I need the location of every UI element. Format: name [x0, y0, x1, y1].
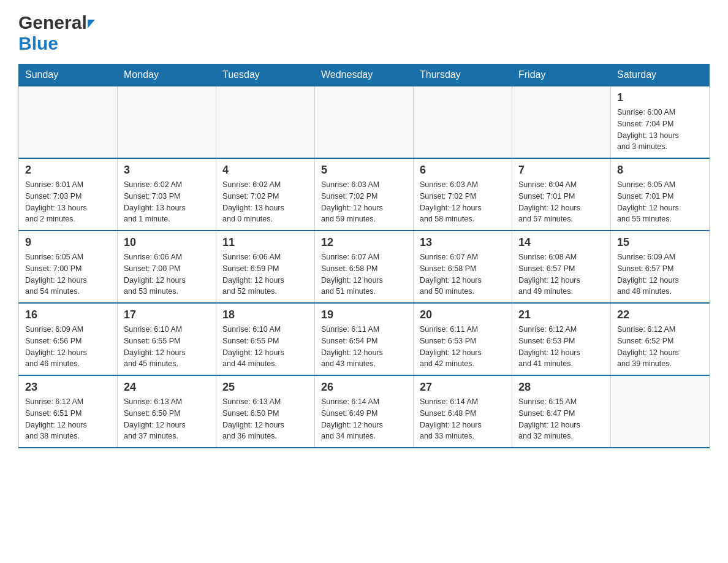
day-number: 6 — [420, 164, 506, 177]
day-number: 5 — [321, 164, 407, 177]
calendar-cell: 3Sunrise: 6:02 AM Sunset: 7:03 PM Daylig… — [118, 158, 216, 231]
weekday-header-row: SundayMondayTuesdayWednesdayThursdayFrid… — [19, 64, 710, 86]
calendar-cell: 22Sunrise: 6:12 AM Sunset: 6:52 PM Dayli… — [611, 303, 710, 375]
calendar-cell — [512, 86, 611, 158]
calendar-week-row: 2Sunrise: 6:01 AM Sunset: 7:03 PM Daylig… — [19, 158, 710, 231]
day-number: 3 — [124, 164, 210, 177]
day-info: Sunrise: 6:10 AM Sunset: 6:55 PM Dayligh… — [222, 324, 308, 370]
day-number: 19 — [321, 308, 407, 321]
day-number: 13 — [420, 236, 506, 249]
calendar-cell: 16Sunrise: 6:09 AM Sunset: 6:56 PM Dayli… — [19, 303, 118, 375]
day-number: 21 — [518, 308, 604, 321]
day-number: 17 — [124, 308, 210, 321]
day-info: Sunrise: 6:11 AM Sunset: 6:53 PM Dayligh… — [420, 324, 506, 370]
calendar-week-row: 1Sunrise: 6:00 AM Sunset: 7:04 PM Daylig… — [19, 86, 710, 158]
day-number: 4 — [222, 164, 308, 177]
calendar-cell — [216, 86, 315, 158]
logo: General Blue — [18, 12, 95, 54]
calendar-cell: 25Sunrise: 6:13 AM Sunset: 6:50 PM Dayli… — [216, 375, 315, 448]
calendar-cell: 12Sunrise: 6:07 AM Sunset: 6:58 PM Dayli… — [315, 231, 414, 303]
day-info: Sunrise: 6:03 AM Sunset: 7:02 PM Dayligh… — [321, 179, 407, 225]
calendar-cell: 24Sunrise: 6:13 AM Sunset: 6:50 PM Dayli… — [118, 375, 216, 448]
day-number: 8 — [617, 164, 703, 177]
day-number: 11 — [222, 236, 308, 249]
calendar-cell: 14Sunrise: 6:08 AM Sunset: 6:57 PM Dayli… — [512, 231, 611, 303]
day-info: Sunrise: 6:05 AM Sunset: 7:01 PM Dayligh… — [617, 179, 703, 225]
weekday-header-monday: Monday — [118, 64, 216, 86]
page-header: General Blue — [18, 12, 710, 54]
day-number: 9 — [25, 236, 111, 249]
day-info: Sunrise: 6:09 AM Sunset: 6:56 PM Dayligh… — [25, 324, 111, 370]
calendar-cell: 27Sunrise: 6:14 AM Sunset: 6:48 PM Dayli… — [414, 375, 512, 448]
day-number: 28 — [518, 381, 604, 394]
calendar-cell — [19, 86, 118, 158]
day-info: Sunrise: 6:15 AM Sunset: 6:47 PM Dayligh… — [518, 396, 604, 442]
logo-arrow-icon — [88, 20, 95, 28]
calendar-cell: 23Sunrise: 6:12 AM Sunset: 6:51 PM Dayli… — [19, 375, 118, 448]
day-info: Sunrise: 6:12 AM Sunset: 6:52 PM Dayligh… — [617, 324, 703, 370]
day-number: 27 — [420, 381, 506, 394]
day-info: Sunrise: 6:11 AM Sunset: 6:54 PM Dayligh… — [321, 324, 407, 370]
calendar-cell: 20Sunrise: 6:11 AM Sunset: 6:53 PM Dayli… — [414, 303, 512, 375]
day-number: 22 — [617, 308, 703, 321]
calendar-cell: 6Sunrise: 6:03 AM Sunset: 7:02 PM Daylig… — [414, 158, 512, 231]
day-number: 18 — [222, 308, 308, 321]
day-number: 2 — [25, 164, 111, 177]
day-info: Sunrise: 6:13 AM Sunset: 6:50 PM Dayligh… — [222, 396, 308, 442]
weekday-header-thursday: Thursday — [414, 64, 512, 86]
calendar-cell: 21Sunrise: 6:12 AM Sunset: 6:53 PM Dayli… — [512, 303, 611, 375]
calendar-cell: 4Sunrise: 6:02 AM Sunset: 7:02 PM Daylig… — [216, 158, 315, 231]
calendar-cell: 15Sunrise: 6:09 AM Sunset: 6:57 PM Dayli… — [611, 231, 710, 303]
calendar-cell: 5Sunrise: 6:03 AM Sunset: 7:02 PM Daylig… — [315, 158, 414, 231]
calendar-cell: 19Sunrise: 6:11 AM Sunset: 6:54 PM Dayli… — [315, 303, 414, 375]
day-info: Sunrise: 6:13 AM Sunset: 6:50 PM Dayligh… — [124, 396, 210, 442]
day-number: 26 — [321, 381, 407, 394]
day-info: Sunrise: 6:12 AM Sunset: 6:51 PM Dayligh… — [25, 396, 111, 442]
day-number: 14 — [518, 236, 604, 249]
day-info: Sunrise: 6:06 AM Sunset: 6:59 PM Dayligh… — [222, 251, 308, 297]
day-number: 25 — [222, 381, 308, 394]
day-info: Sunrise: 6:12 AM Sunset: 6:53 PM Dayligh… — [518, 324, 604, 370]
day-info: Sunrise: 6:14 AM Sunset: 6:48 PM Dayligh… — [420, 396, 506, 442]
day-number: 15 — [617, 236, 703, 249]
calendar-cell: 2Sunrise: 6:01 AM Sunset: 7:03 PM Daylig… — [19, 158, 118, 231]
day-info: Sunrise: 6:06 AM Sunset: 7:00 PM Dayligh… — [124, 251, 210, 297]
calendar-cell: 28Sunrise: 6:15 AM Sunset: 6:47 PM Dayli… — [512, 375, 611, 448]
calendar-cell: 26Sunrise: 6:14 AM Sunset: 6:49 PM Dayli… — [315, 375, 414, 448]
calendar-cell: 13Sunrise: 6:07 AM Sunset: 6:58 PM Dayli… — [414, 231, 512, 303]
calendar-week-row: 23Sunrise: 6:12 AM Sunset: 6:51 PM Dayli… — [19, 375, 710, 448]
day-number: 7 — [518, 164, 604, 177]
calendar-cell: 10Sunrise: 6:06 AM Sunset: 7:00 PM Dayli… — [118, 231, 216, 303]
logo-general-text: General — [18, 12, 87, 33]
day-number: 16 — [25, 308, 111, 321]
calendar-cell: 7Sunrise: 6:04 AM Sunset: 7:01 PM Daylig… — [512, 158, 611, 231]
day-info: Sunrise: 6:08 AM Sunset: 6:57 PM Dayligh… — [518, 251, 604, 297]
calendar-week-row: 16Sunrise: 6:09 AM Sunset: 6:56 PM Dayli… — [19, 303, 710, 375]
day-info: Sunrise: 6:14 AM Sunset: 6:49 PM Dayligh… — [321, 396, 407, 442]
calendar-cell — [414, 86, 512, 158]
calendar-table: SundayMondayTuesdayWednesdayThursdayFrid… — [18, 64, 710, 448]
calendar-cell: 18Sunrise: 6:10 AM Sunset: 6:55 PM Dayli… — [216, 303, 315, 375]
weekday-header-saturday: Saturday — [611, 64, 710, 86]
calendar-cell: 1Sunrise: 6:00 AM Sunset: 7:04 PM Daylig… — [611, 86, 710, 158]
calendar-week-row: 9Sunrise: 6:05 AM Sunset: 7:00 PM Daylig… — [19, 231, 710, 303]
day-info: Sunrise: 6:04 AM Sunset: 7:01 PM Dayligh… — [518, 179, 604, 225]
day-number: 23 — [25, 381, 111, 394]
day-number: 24 — [124, 381, 210, 394]
logo-blue-text: Blue — [18, 33, 58, 54]
day-info: Sunrise: 6:02 AM Sunset: 7:02 PM Dayligh… — [222, 179, 308, 225]
calendar-cell — [611, 375, 710, 448]
day-info: Sunrise: 6:07 AM Sunset: 6:58 PM Dayligh… — [420, 251, 506, 297]
day-info: Sunrise: 6:01 AM Sunset: 7:03 PM Dayligh… — [25, 179, 111, 225]
day-info: Sunrise: 6:09 AM Sunset: 6:57 PM Dayligh… — [617, 251, 703, 297]
day-info: Sunrise: 6:10 AM Sunset: 6:55 PM Dayligh… — [124, 324, 210, 370]
weekday-header-tuesday: Tuesday — [216, 64, 315, 86]
weekday-header-sunday: Sunday — [19, 64, 118, 86]
day-number: 20 — [420, 308, 506, 321]
day-number: 10 — [124, 236, 210, 249]
day-info: Sunrise: 6:03 AM Sunset: 7:02 PM Dayligh… — [420, 179, 506, 225]
calendar-cell: 17Sunrise: 6:10 AM Sunset: 6:55 PM Dayli… — [118, 303, 216, 375]
day-info: Sunrise: 6:07 AM Sunset: 6:58 PM Dayligh… — [321, 251, 407, 297]
calendar-cell: 11Sunrise: 6:06 AM Sunset: 6:59 PM Dayli… — [216, 231, 315, 303]
calendar-cell — [315, 86, 414, 158]
